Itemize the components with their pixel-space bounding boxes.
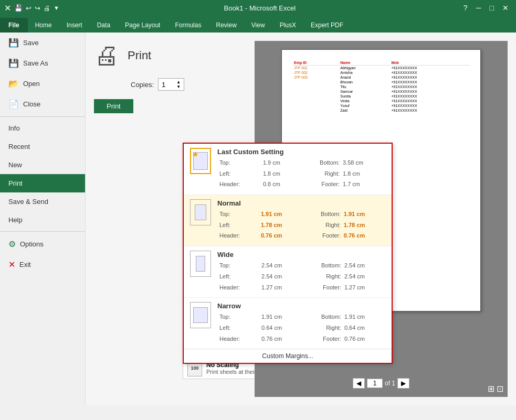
- title-bar: ✕ 💾 ↩ ↪ 🖨 ▼ Book1 - Microsoft Excel ? ─ …: [0, 0, 516, 16]
- sidebar-item-print[interactable]: Print: [0, 174, 85, 192]
- save-icon: 💾: [8, 38, 19, 48]
- margin-icon-normal: [190, 199, 211, 225]
- new-label: New: [8, 161, 22, 169]
- preview-col-name: Name: [339, 60, 389, 66]
- margin-icon-inner-narrow: [193, 307, 208, 323]
- tab-plusx[interactable]: PlusX: [272, 18, 303, 33]
- margin-values-wide: Top:2.54 cmBottom:2.54 cm Left:2.54 cmRi…: [217, 260, 385, 293]
- copies-input[interactable]: 1 ▲ ▼: [158, 78, 184, 91]
- save-as-icon: 💾: [8, 58, 19, 68]
- title-bar-left: ✕ 💾 ↩ ↪ 🖨 ▼: [4, 3, 59, 13]
- copies-spinner[interactable]: ▲ ▼: [176, 80, 181, 89]
- tab-review[interactable]: Review: [208, 18, 244, 33]
- margin-values-last-custom: Top:1.9 cmBottom:3.58 cm Left:1.8 cmRigh…: [217, 157, 385, 190]
- open-label: Open: [23, 80, 40, 88]
- of-pages-label: of 1: [385, 380, 395, 387]
- copies-label: Copies:: [131, 81, 154, 89]
- star-icon: ★: [192, 150, 199, 158]
- minimize-button[interactable]: ─: [473, 3, 485, 13]
- window-controls: ? ─ □ ✕: [460, 3, 512, 13]
- sidebar-separator-2: [0, 231, 85, 232]
- copies-up-arrow[interactable]: ▲: [176, 80, 181, 84]
- sidebar-item-recent[interactable]: Recent: [0, 137, 85, 156]
- help-label: Help: [8, 216, 23, 224]
- close-button[interactable]: ✕: [499, 3, 512, 13]
- bottom-right-icons: ⊞ ⊡: [488, 384, 503, 394]
- table-row: Sunita +91XXXXXXXX: [292, 94, 470, 99]
- tab-expert-pdf[interactable]: Expert PDF: [303, 18, 351, 33]
- sidebar-item-info[interactable]: Info: [0, 119, 85, 137]
- quick-access-save[interactable]: 💾: [14, 4, 23, 12]
- sidebar-item-open[interactable]: 📂 Open: [0, 73, 85, 94]
- print-label: Print: [8, 179, 23, 187]
- margin-icon-inner-wide: [196, 256, 205, 272]
- prev-page-button[interactable]: ◀: [353, 378, 365, 389]
- tab-data[interactable]: Data: [90, 18, 118, 33]
- sidebar-item-exit[interactable]: ✕ Exit: [0, 254, 85, 275]
- margin-values-normal: Top:1.91 cmBottom:1.91 cm Left:1.78 cmRi…: [217, 208, 385, 242]
- sidebar-item-options[interactable]: ⚙ Options: [0, 234, 85, 254]
- print-button-area: Print: [94, 99, 246, 113]
- options-icon: ⚙: [8, 239, 16, 249]
- margin-item-wide[interactable]: Wide Top:2.54 cmBottom:2.54 cm Left:2.54…: [184, 246, 392, 298]
- quick-access-more[interactable]: ▼: [54, 5, 59, 11]
- preview-col-mob: Mob: [389, 60, 470, 66]
- tab-home[interactable]: Home: [28, 18, 59, 33]
- print-button[interactable]: Print: [94, 99, 133, 113]
- tab-file[interactable]: File: [0, 18, 28, 33]
- preview-col-empid: Emp ID: [292, 60, 339, 66]
- margins-dropdown[interactable]: ★ Last Custom Setting Top:1.9 cmBottom:3…: [183, 143, 393, 364]
- exit-icon: ✕: [8, 260, 15, 270]
- sidebar-item-close[interactable]: 📄 Close: [0, 94, 85, 114]
- print-title: Print: [128, 49, 151, 62]
- table-row: JTP 003 Anand +91XXXXXXXX: [292, 75, 470, 80]
- margin-icon-narrow: [190, 302, 211, 328]
- sidebar-separator-1: [0, 116, 85, 117]
- margin-item-last-custom[interactable]: ★ Last Custom Setting Top:1.9 cmBottom:3…: [184, 144, 392, 195]
- fit-page-icon[interactable]: ⊞: [488, 384, 494, 394]
- sidebar-item-save-send[interactable]: Save & Send: [0, 192, 85, 211]
- file-sidebar: 💾 Save 💾 Save As 📂 Open 📄 Close Info Rec…: [0, 33, 86, 405]
- save-as-label: Save As: [23, 59, 48, 67]
- copies-down-arrow[interactable]: ▼: [176, 84, 181, 89]
- sidebar-item-save-as[interactable]: 💾 Save As: [0, 53, 85, 73]
- copies-value: 1: [162, 81, 165, 89]
- margin-details-narrow: Narrow Top:1.91 cmBottom:1.91 cm Left:0.…: [217, 302, 385, 344]
- close-icon: 📄: [8, 99, 19, 109]
- restore-button[interactable]: □: [487, 3, 497, 13]
- zoom-icon[interactable]: ⊡: [497, 384, 503, 394]
- margin-details-last-custom: Last Custom Setting Top:1.9 cmBottom:3.5…: [217, 148, 385, 190]
- tab-view[interactable]: View: [244, 18, 272, 33]
- tab-page-layout[interactable]: Page Layout: [118, 18, 167, 33]
- window-title: Book1 - Microsoft Excel: [59, 4, 460, 12]
- sidebar-item-help[interactable]: Help: [0, 211, 85, 229]
- info-label: Info: [8, 124, 20, 132]
- tab-formulas[interactable]: Formulas: [167, 18, 208, 33]
- table-row: JTP 002 Amisha +91XXXXXXXX: [292, 70, 470, 75]
- custom-margins-button[interactable]: Custom Margins...: [184, 349, 392, 363]
- margin-name-last-custom: Last Custom Setting: [217, 148, 385, 156]
- margin-icon-wide: [190, 251, 211, 277]
- copies-row: Copies: 1 ▲ ▼: [131, 78, 246, 91]
- help-icon[interactable]: ?: [460, 3, 471, 13]
- close-label: Close: [23, 100, 40, 108]
- options-label: Options: [20, 240, 44, 248]
- sidebar-item-save[interactable]: 💾 Save: [0, 33, 85, 53]
- quick-access-print[interactable]: 🖨: [44, 4, 50, 12]
- sidebar-item-new[interactable]: New: [0, 156, 85, 174]
- table-row: Zaid +91XXXXXXXX: [292, 108, 470, 113]
- next-page-button[interactable]: ▶: [397, 378, 409, 389]
- excel-icon: ✕: [4, 3, 11, 13]
- margin-item-normal[interactable]: Normal Top:1.91 cmBottom:1.91 cm Left:1.…: [184, 195, 392, 246]
- margin-name-wide: Wide: [217, 251, 385, 259]
- margin-item-narrow[interactable]: Narrow Top:1.91 cmBottom:1.91 cm Left:0.…: [184, 298, 392, 349]
- tab-insert[interactable]: Insert: [59, 18, 90, 33]
- quick-access-redo[interactable]: ↪: [35, 4, 40, 12]
- print-left: 🖨 Print Copies: 1 ▲ ▼ Print: [94, 41, 246, 397]
- quick-access-undo[interactable]: ↩: [26, 4, 31, 12]
- save-label: Save: [23, 39, 39, 47]
- main-layout: 💾 Save 💾 Save As 📂 Open 📄 Close Info Rec…: [0, 33, 516, 405]
- open-icon: 📂: [8, 79, 19, 89]
- table-row: Samcar +91XXXXXXXX: [292, 89, 470, 94]
- page-number-input[interactable]: [367, 379, 383, 388]
